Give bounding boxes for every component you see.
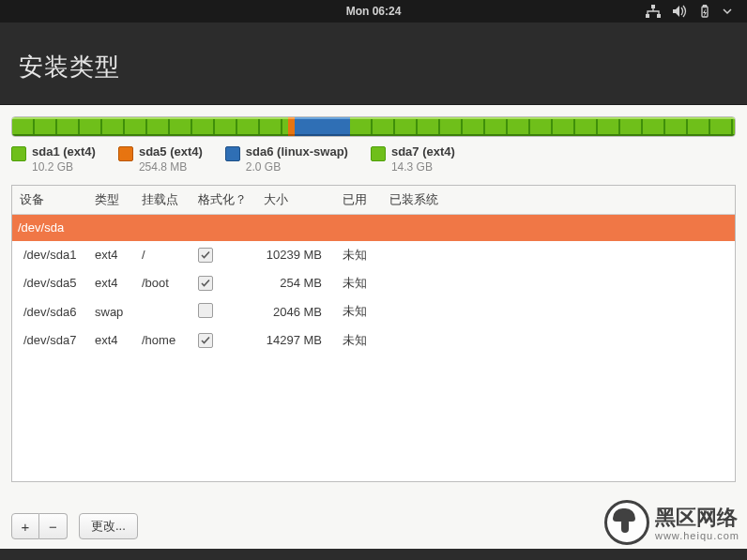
- cell-type: ext4: [87, 269, 134, 297]
- cell-used: 未知: [335, 297, 382, 326]
- checkbox-checked: [198, 248, 213, 263]
- cell-used: 未知: [335, 269, 382, 297]
- chevron-down-icon[interactable]: [723, 8, 732, 15]
- cell-device: /dev/sda: [12, 215, 735, 241]
- watermark-logo-icon: [604, 500, 649, 545]
- table-row[interactable]: /dev/sda5 ext4 /boot 254 MB 未知: [12, 269, 735, 297]
- table-row[interactable]: /dev/sda: [12, 215, 735, 241]
- change-button[interactable]: 更改...: [79, 513, 138, 539]
- legend-item: sda6 (linux-swap) 2.0 GB: [225, 144, 348, 174]
- cell-size: 10239 MB: [256, 241, 335, 269]
- battery-icon[interactable]: [698, 5, 711, 18]
- col-used[interactable]: 已用: [335, 186, 382, 215]
- partition-legend: sda1 (ext4) 10.2 GB sda5 (ext4) 254.8 MB…: [11, 144, 736, 174]
- col-mount[interactable]: 挂载点: [134, 186, 191, 215]
- svg-rect-2: [657, 14, 661, 18]
- cell-size: 254 MB: [256, 269, 335, 297]
- cell-format[interactable]: [191, 269, 256, 297]
- legend-label: sda7 (ext4): [391, 144, 455, 159]
- watermark-url: www.heiqu.com: [655, 530, 739, 541]
- cell-type: swap: [87, 297, 134, 326]
- col-device[interactable]: 设备: [12, 186, 87, 215]
- cell-type: ext4: [87, 241, 134, 269]
- legend-label: sda5 (ext4): [139, 144, 203, 159]
- cell-device: /dev/sda7: [12, 326, 87, 355]
- legend-size: 2.0 GB: [246, 160, 348, 174]
- legend-size: 10.2 GB: [32, 160, 96, 174]
- partition-seg-sda5[interactable]: [288, 117, 295, 136]
- partition-bar[interactable]: [11, 116, 736, 137]
- cell-mount: /boot: [134, 269, 191, 297]
- checkbox-unchecked: [198, 303, 213, 318]
- cell-mount: /home: [134, 326, 191, 355]
- svg-rect-1: [646, 14, 649, 18]
- legend-swatch: [371, 146, 386, 161]
- legend-label: sda1 (ext4): [32, 144, 96, 159]
- top-bar: Mon 06:24: [0, 0, 747, 23]
- volume-icon[interactable]: [672, 5, 687, 18]
- watermark: 黑区网络 www.heiqu.com: [604, 500, 739, 545]
- watermark-title: 黑区网络: [655, 504, 739, 532]
- cell-size: 14297 MB: [256, 326, 335, 355]
- system-tray: [646, 5, 747, 18]
- cell-format[interactable]: [191, 241, 256, 269]
- legend-label: sda6 (linux-swap): [246, 144, 348, 159]
- table-body: /dev/sda /dev/sda1 ext4 / 10239 MB 未知 /d…: [12, 215, 735, 355]
- legend-swatch: [118, 146, 133, 161]
- legend-size: 254.8 MB: [139, 160, 203, 174]
- legend-item: sda1 (ext4) 10.2 GB: [11, 144, 96, 174]
- cell-size: 2046 MB: [256, 297, 335, 326]
- partition-seg-sda7[interactable]: [350, 117, 735, 136]
- cell-format[interactable]: [191, 297, 256, 326]
- cell-device: /dev/sda1: [12, 241, 87, 269]
- col-size[interactable]: 大小: [256, 186, 335, 215]
- cell-used: 未知: [335, 241, 382, 269]
- cell-format[interactable]: [191, 326, 256, 355]
- cell-used: 未知: [335, 326, 382, 355]
- legend-swatch: [225, 146, 240, 161]
- legend-item: sda5 (ext4) 254.8 MB: [118, 144, 203, 174]
- window-header: 安装类型: [0, 23, 747, 104]
- checkbox-checked: [198, 276, 213, 291]
- table-row[interactable]: /dev/sda6 swap 2046 MB 未知: [12, 297, 735, 326]
- table-row[interactable]: /dev/sda7 ext4 /home 14297 MB 未知: [12, 326, 735, 355]
- cell-device: /dev/sda6: [12, 297, 87, 326]
- table-actions: + − 更改...: [11, 513, 138, 539]
- cell-device: /dev/sda5: [12, 269, 87, 297]
- cell-mount: /: [134, 241, 191, 269]
- partition-table[interactable]: 设备 类型 挂载点 格式化？ 大小 已用 已装系统 /dev/sda /dev/…: [11, 185, 736, 482]
- col-system[interactable]: 已装系统: [382, 186, 735, 215]
- add-partition-button[interactable]: +: [11, 513, 39, 539]
- legend-item: sda7 (ext4) 14.3 GB: [371, 144, 455, 174]
- cell-mount: [134, 297, 191, 326]
- checkbox-checked: [198, 333, 213, 348]
- partition-seg-sda1[interactable]: [12, 117, 288, 136]
- col-type[interactable]: 类型: [87, 186, 134, 215]
- clock: Mon 06:24: [346, 5, 402, 18]
- legend-size: 14.3 GB: [391, 160, 455, 174]
- network-icon[interactable]: [646, 5, 661, 18]
- table-row[interactable]: /dev/sda1 ext4 / 10239 MB 未知: [12, 241, 735, 269]
- table-header-row: 设备 类型 挂载点 格式化？ 大小 已用 已装系统: [12, 186, 735, 215]
- svg-rect-0: [651, 5, 655, 8]
- cell-type: ext4: [87, 326, 134, 355]
- content-area: sda1 (ext4) 10.2 GB sda5 (ext4) 254.8 MB…: [0, 104, 747, 549]
- remove-partition-button[interactable]: −: [39, 513, 68, 539]
- col-format[interactable]: 格式化？: [191, 186, 256, 215]
- page-title: 安装类型: [19, 51, 728, 83]
- partition-seg-sda6[interactable]: [295, 117, 350, 136]
- legend-swatch: [11, 146, 26, 161]
